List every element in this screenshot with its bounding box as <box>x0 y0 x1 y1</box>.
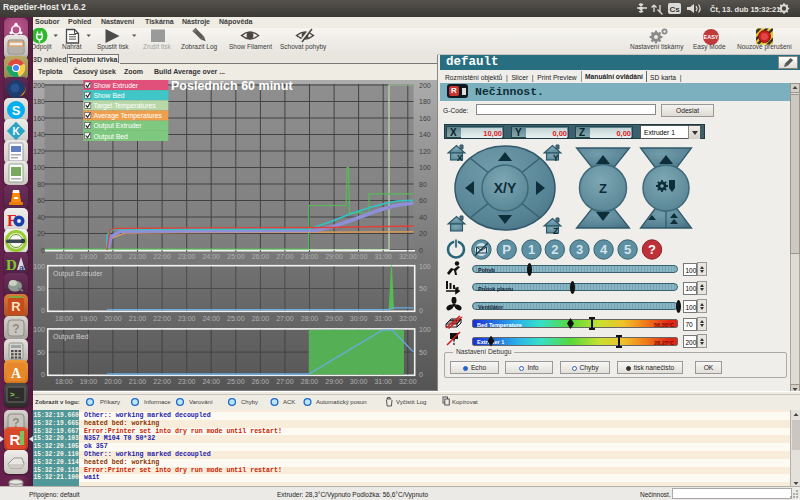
svg-text:18:00: 18:00 <box>55 253 73 260</box>
svg-text:18:00: 18:00 <box>55 378 73 385</box>
svg-text:50: 50 <box>37 285 45 292</box>
svg-text:Average Temperatures: Average Temperatures <box>94 112 163 120</box>
svg-text:?: ? <box>12 322 19 336</box>
svg-text:24:00: 24:00 <box>202 315 220 322</box>
svg-text:18:00: 18:00 <box>55 315 73 322</box>
svg-text:19:00: 19:00 <box>80 253 98 260</box>
svg-text:120: 120 <box>33 148 45 155</box>
svg-text:31:00: 31:00 <box>374 315 392 322</box>
svg-text:Output Extruder: Output Extruder <box>53 270 103 278</box>
svg-text:3: 3 <box>576 242 583 257</box>
svg-text:100: 100 <box>33 326 45 333</box>
svg-text:120: 120 <box>419 148 431 155</box>
svg-text:S: S <box>12 103 21 118</box>
svg-text:Target Temperatures: Target Temperatures <box>94 102 157 110</box>
svg-text:160: 160 <box>33 115 45 122</box>
svg-text:100: 100 <box>419 263 431 270</box>
svg-text:0: 0 <box>41 247 45 254</box>
svg-text:140: 140 <box>33 131 45 138</box>
svg-text:0: 0 <box>419 307 423 314</box>
svg-text:Z: Z <box>599 181 607 196</box>
svg-text:19:00: 19:00 <box>80 315 98 322</box>
svg-text:0: 0 <box>419 371 423 378</box>
svg-text:100: 100 <box>33 164 45 171</box>
svg-text:50: 50 <box>419 285 427 292</box>
svg-text:26:00: 26:00 <box>252 315 270 322</box>
svg-text:24:00: 24:00 <box>202 253 220 260</box>
svg-text:Posledních 60 minut: Posledních 60 minut <box>171 80 293 93</box>
svg-text:23:00: 23:00 <box>178 315 196 322</box>
svg-text:2: 2 <box>551 242 558 257</box>
svg-text:X: X <box>457 153 463 163</box>
svg-text:23:00: 23:00 <box>178 253 196 260</box>
svg-text:28:00: 28:00 <box>301 315 319 322</box>
svg-text:0: 0 <box>41 371 45 378</box>
svg-text:40: 40 <box>37 214 45 221</box>
svg-text:27:00: 27:00 <box>276 378 294 385</box>
svg-text:30:00: 30:00 <box>350 378 368 385</box>
svg-text:32:00: 32:00 <box>399 378 417 385</box>
svg-text:50: 50 <box>37 349 45 356</box>
svg-text:60: 60 <box>37 197 45 204</box>
svg-text:180: 180 <box>33 98 45 105</box>
svg-text:EASY: EASY <box>704 34 719 40</box>
svg-text:80: 80 <box>419 181 427 188</box>
svg-text:23:00: 23:00 <box>178 378 196 385</box>
svg-text:140: 140 <box>419 131 431 138</box>
svg-text:26:00: 26:00 <box>252 253 270 260</box>
svg-text:Output Extruder: Output Extruder <box>94 122 143 130</box>
svg-text:Show Bed: Show Bed <box>94 92 125 99</box>
svg-text:31:00: 31:00 <box>374 378 392 385</box>
svg-text:>_: >_ <box>10 390 20 399</box>
svg-text:25:00: 25:00 <box>227 253 245 260</box>
svg-text:27:00: 27:00 <box>276 315 294 322</box>
svg-text:100: 100 <box>419 326 431 333</box>
svg-text:20: 20 <box>419 230 427 237</box>
svg-text:28:00: 28:00 <box>301 378 319 385</box>
svg-text:20:00: 20:00 <box>104 253 122 260</box>
svg-text:22:00: 22:00 <box>153 253 171 260</box>
svg-text:50: 50 <box>419 349 427 356</box>
svg-text:25:00: 25:00 <box>227 315 245 322</box>
svg-text:32:00: 32:00 <box>399 315 417 322</box>
svg-text:Čt, 13. dub 15:32:21: Čt, 13. dub 15:32:21 <box>710 5 780 14</box>
svg-text:31:00: 31:00 <box>374 253 392 260</box>
svg-text:20:00: 20:00 <box>104 315 122 322</box>
svg-text:19:00: 19:00 <box>80 378 98 385</box>
svg-text:X/Y: X/Y <box>494 180 517 196</box>
svg-text:D: D <box>6 257 17 273</box>
svg-text:26:00: 26:00 <box>252 378 270 385</box>
svg-text:1: 1 <box>528 242 535 257</box>
svg-text:24:00: 24:00 <box>202 378 220 385</box>
svg-text:21:00: 21:00 <box>129 315 147 322</box>
svg-text:25:00: 25:00 <box>227 378 245 385</box>
svg-text:80: 80 <box>37 181 45 188</box>
svg-text:100: 100 <box>419 164 431 171</box>
svg-text:20: 20 <box>37 230 45 237</box>
svg-text:29:00: 29:00 <box>325 315 343 322</box>
svg-text:200: 200 <box>419 82 431 89</box>
svg-text:?: ? <box>648 242 656 257</box>
svg-text:R: R <box>10 431 21 448</box>
svg-text:R: R <box>11 299 21 314</box>
svg-text:22:00: 22:00 <box>153 378 171 385</box>
svg-text:29:00: 29:00 <box>325 253 343 260</box>
svg-text:Z: Z <box>553 226 558 236</box>
svg-text:0: 0 <box>419 247 423 254</box>
svg-text:Output Bed: Output Bed <box>94 133 129 141</box>
svg-text:27:00: 27:00 <box>276 253 294 260</box>
svg-text:0: 0 <box>41 307 45 314</box>
svg-text:40: 40 <box>419 214 427 221</box>
svg-text:P: P <box>502 242 511 257</box>
svg-text:A: A <box>11 366 22 381</box>
svg-text:Cs: Cs <box>669 5 680 14</box>
svg-text:60: 60 <box>419 197 427 204</box>
svg-text:32:00: 32:00 <box>399 253 417 260</box>
svg-text:30:00: 30:00 <box>350 253 368 260</box>
svg-text:30:00: 30:00 <box>350 315 368 322</box>
svg-text:29:00: 29:00 <box>325 378 343 385</box>
svg-text:20:00: 20:00 <box>104 378 122 385</box>
svg-text:K: K <box>12 126 20 137</box>
svg-text:Y: Y <box>553 153 559 163</box>
svg-text:160: 160 <box>419 115 431 122</box>
